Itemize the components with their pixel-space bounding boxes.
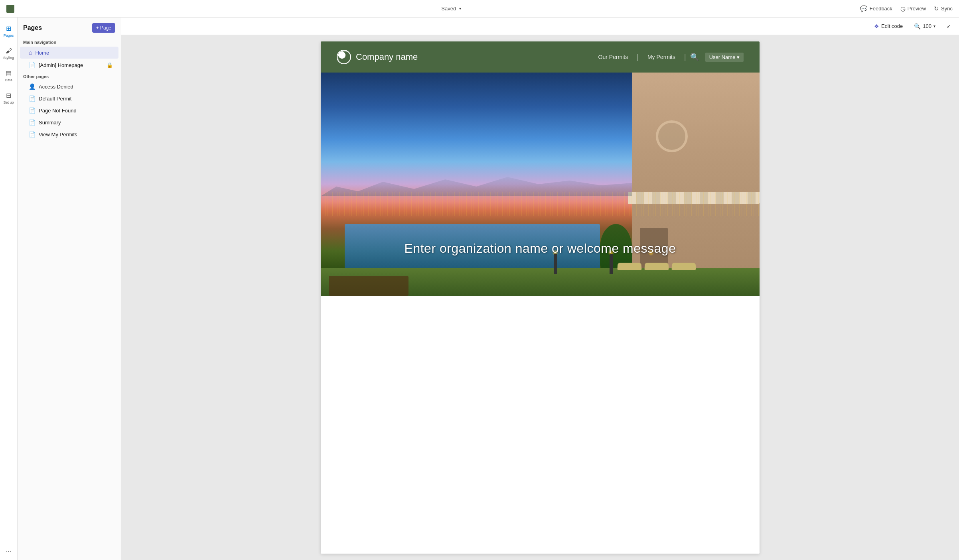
- doc-icon-default: 📄: [29, 95, 36, 102]
- preview-button[interactable]: ◷ Preview: [900, 5, 926, 12]
- lounge-chairs: [618, 263, 696, 270]
- portal-nav: Our Permits | My Permits | 🔍 User Name ▾: [590, 53, 744, 62]
- light-post-1: [554, 254, 557, 274]
- doc-icon-admin: 📄: [29, 62, 36, 68]
- doc-icon-summary: 📄: [29, 119, 36, 126]
- feedback-label: Feedback: [870, 6, 892, 12]
- light-post-2: [610, 254, 613, 274]
- foreground-table: [329, 276, 408, 296]
- zoom-in-icon: 🔍: [914, 23, 921, 29]
- lounge-chair-2: [645, 263, 669, 270]
- nav-item-my-permits[interactable]: My Permits: [639, 54, 683, 60]
- top-bar-right: 💬 Feedback ◷ Preview ↻ Sync: [860, 5, 953, 12]
- canvas-toolbar: ❖ Edit code 🔍 100 ▾ ⤢: [121, 18, 959, 35]
- rail-label-data: Data: [5, 78, 12, 82]
- chevron-down-icon[interactable]: ▾: [459, 6, 461, 11]
- portal-header: Company name Our Permits | My Permits | …: [321, 41, 760, 73]
- preview-label: Preview: [908, 6, 926, 12]
- lounge-chair-3: [672, 263, 696, 270]
- portal-search-icon[interactable]: 🔍: [690, 53, 699, 61]
- zoom-chevron: ▾: [933, 24, 935, 28]
- add-page-button[interactable]: + Page: [92, 23, 115, 33]
- preview-container[interactable]: Company name Our Permits | My Permits | …: [121, 35, 959, 560]
- sidebar-item-admin-homepage[interactable]: 📄 [Admin] Homepage 🔒: [20, 59, 118, 71]
- preview-frame: Company name Our Permits | My Permits | …: [321, 41, 760, 554]
- rail-label-setup: Set up: [3, 100, 14, 104]
- rail-label-styling: Styling: [3, 56, 14, 60]
- top-bar-center: Saved ▾: [441, 6, 461, 12]
- saved-label: Saved: [441, 6, 456, 12]
- portal-user[interactable]: User Name ▾: [705, 53, 744, 62]
- sidebar: Pages + Page Main navigation ⌂ Home ··· …: [18, 18, 121, 560]
- portal-logo-icon: [337, 50, 351, 64]
- portal-company-name: Company name: [356, 52, 418, 62]
- sidebar-title: Pages: [23, 24, 42, 31]
- other-pages-label: Other pages: [18, 71, 121, 81]
- sidebar-item-label-access-denied: Access Denied: [39, 84, 73, 90]
- sync-icon: ↻: [934, 5, 939, 12]
- rail-item-data[interactable]: ▤ Data: [2, 65, 16, 86]
- rail-item-styling[interactable]: 🖌 Styling: [2, 43, 16, 64]
- sidebar-item-label-summary: Summary: [39, 120, 61, 126]
- portal-logo: Company name: [337, 50, 418, 64]
- sidebar-item-view-my-permits[interactable]: 📄 View My Permits: [20, 129, 118, 140]
- expand-button[interactable]: ⤢: [943, 22, 954, 31]
- top-bar-left: — — — —: [6, 5, 43, 13]
- sidebar-item-summary[interactable]: 📄 Summary: [20, 117, 118, 128]
- doc-icon-404: 📄: [29, 107, 36, 114]
- edit-code-button[interactable]: ❖ Edit code: [871, 22, 906, 31]
- zoom-level: 100: [923, 23, 931, 29]
- lounge-chair-1: [618, 263, 642, 270]
- sidebar-item-label-view-my-permits: View My Permits: [39, 132, 77, 138]
- left-rail: ⊞ Pages 🖌 Styling ▤ Data ⊟ Set up ···: [0, 18, 18, 560]
- setup-icon: ⊟: [6, 92, 11, 99]
- lock-icon: 🔒: [107, 62, 113, 68]
- feedback-button[interactable]: 💬 Feedback: [860, 5, 892, 12]
- hero-text: Enter organization name or welcome messa…: [321, 241, 760, 256]
- pages-icon: ⊞: [6, 25, 11, 32]
- sidebar-item-label-default-permit: Default Permit: [39, 96, 71, 102]
- more-options-icon[interactable]: ···: [6, 548, 11, 555]
- styling-icon: 🖌: [6, 47, 12, 55]
- rail-item-setup[interactable]: ⊟ Set up: [2, 88, 16, 108]
- canvas-area: ❖ Edit code 🔍 100 ▾ ⤢ Company name: [121, 18, 959, 560]
- sidebar-item-label-home: Home: [35, 50, 49, 56]
- home-icon: ⌂: [29, 49, 32, 56]
- app-icon: [6, 5, 14, 13]
- sidebar-item-access-denied[interactable]: 👤 Access Denied: [20, 81, 118, 92]
- sidebar-item-label-admin: [Admin] Homepage: [39, 62, 83, 68]
- nav-item-our-permits[interactable]: Our Permits: [590, 54, 636, 60]
- building-round-window: [656, 120, 688, 152]
- sidebar-item-default-permit[interactable]: 📄 Default Permit: [20, 93, 118, 104]
- rail-label-pages: Pages: [4, 33, 14, 37]
- sync-label: Sync: [941, 6, 953, 12]
- nav-divider-2: |: [684, 53, 686, 61]
- vscode-icon: ❖: [874, 23, 879, 29]
- person-icon: 👤: [29, 83, 36, 90]
- sidebar-item-label-page-not-found: Page Not Found: [39, 108, 77, 114]
- sidebar-item-home[interactable]: ⌂ Home ···: [20, 47, 118, 59]
- data-icon: ▤: [6, 69, 12, 77]
- portal-hero: Enter organization name or welcome messa…: [321, 73, 760, 296]
- sidebar-item-page-not-found[interactable]: 📄 Page Not Found: [20, 105, 118, 116]
- doc-icon-permits: 📄: [29, 131, 36, 138]
- main-nav-label: Main navigation: [18, 37, 121, 46]
- preview-icon: ◷: [900, 5, 906, 12]
- edit-code-label: Edit code: [881, 23, 903, 29]
- main-layout: ⊞ Pages 🖌 Styling ▤ Data ⊟ Set up ··· Pa…: [0, 18, 959, 560]
- sidebar-header: Pages + Page: [18, 18, 121, 37]
- zoom-control[interactable]: 🔍 100 ▾: [911, 22, 939, 31]
- top-bar: — — — — Saved ▾ 💬 Feedback ◷ Preview ↻ S…: [0, 0, 959, 18]
- expand-icon: ⤢: [947, 23, 951, 29]
- breadcrumb-text: — — — —: [18, 6, 43, 12]
- feedback-icon: 💬: [860, 5, 868, 12]
- rail-item-pages[interactable]: ⊞ Pages: [2, 21, 16, 41]
- nav-divider: |: [637, 53, 639, 61]
- sync-button[interactable]: ↻ Sync: [934, 5, 953, 12]
